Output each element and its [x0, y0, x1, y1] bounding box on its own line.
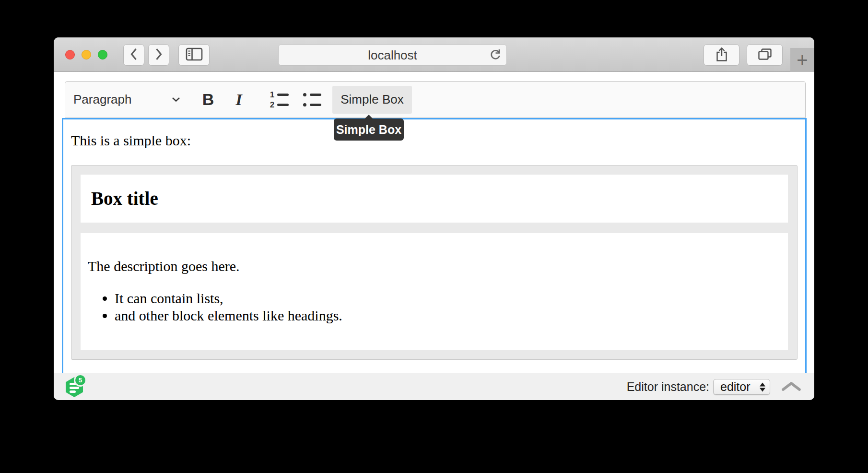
heading-dropdown[interactable]: Paragraph	[73, 86, 190, 114]
tabs-icon	[757, 47, 773, 63]
bold-icon: B	[202, 90, 214, 109]
bulleted-list-button[interactable]	[299, 86, 325, 114]
minimize-button[interactable]	[82, 50, 91, 59]
share-button[interactable]	[704, 44, 739, 66]
back-button[interactable]	[123, 44, 144, 66]
address-bar[interactable]: localhost	[278, 44, 507, 66]
intro-paragraph[interactable]: This is a simple box:	[71, 131, 798, 149]
chevron-down-icon	[172, 95, 180, 104]
expand-inspector-button[interactable]	[781, 378, 802, 397]
browser-title-bar: localhost	[54, 37, 814, 72]
editor-instance-value: editor	[720, 380, 751, 394]
simple-box-button[interactable]: Simple Box	[332, 86, 412, 114]
simple-box-description[interactable]: The description goes here.	[88, 257, 781, 275]
numbered-list-icon: 1 2	[270, 92, 289, 108]
numbered-list-button[interactable]: 1 2	[266, 86, 292, 114]
italic-icon: I	[235, 91, 242, 109]
editor-editable[interactable]: This is a simple box: Box title The desc…	[62, 118, 807, 400]
italic-button[interactable]: I	[227, 86, 251, 114]
chevron-up-icon	[781, 381, 801, 393]
bulleted-list-icon	[302, 92, 321, 108]
address-bar-url: localhost	[279, 47, 506, 62]
simple-box-description-area[interactable]: The description goes here. It can contai…	[81, 233, 788, 350]
plus-icon: +	[797, 49, 808, 71]
sidebar-toggle-button[interactable]	[178, 44, 210, 66]
editor-instance-select[interactable]: editor	[713, 379, 770, 395]
editor-toolbar: Paragraph B I 1 2	[65, 81, 806, 118]
browser-window: localhost	[54, 37, 814, 400]
simple-box-list: It can contain lists, and other block el…	[88, 290, 781, 324]
tab-overview-button[interactable]	[747, 44, 783, 66]
simple-box-widget[interactable]: Box title The description goes here. It …	[71, 165, 798, 360]
logo-version-badge: 5	[74, 374, 87, 387]
forward-button[interactable]	[148, 44, 169, 66]
tooltip-caret	[364, 115, 373, 119]
share-icon	[716, 47, 728, 64]
simple-box-title-area[interactable]: Box title	[81, 175, 788, 223]
simple-box-title[interactable]: Box title	[91, 188, 777, 209]
simple-box-button-label: Simple Box	[340, 92, 404, 107]
chevron-left-icon	[129, 47, 139, 63]
ckeditor-logo: 5	[66, 377, 83, 397]
tooltip-label: Simple Box	[336, 123, 401, 137]
heading-dropdown-label: Paragraph	[73, 92, 131, 107]
chevron-right-icon	[154, 47, 164, 63]
sidebar-icon	[186, 47, 203, 63]
bold-button[interactable]: B	[196, 86, 220, 114]
reload-button[interactable]	[488, 48, 502, 62]
close-button[interactable]	[65, 50, 75, 59]
zoom-button[interactable]	[98, 50, 107, 59]
new-tab-button[interactable]: +	[790, 48, 814, 72]
refresh-icon	[489, 48, 502, 63]
tooltip: Simple Box	[334, 118, 404, 141]
list-item[interactable]: and other block elements like headings.	[115, 307, 781, 324]
status-bar: 5 Editor instance: editor	[54, 373, 814, 400]
select-arrows-icon	[760, 382, 765, 391]
editor-instance-label: Editor instance:	[627, 380, 709, 394]
list-item[interactable]: It can contain lists,	[115, 290, 781, 307]
